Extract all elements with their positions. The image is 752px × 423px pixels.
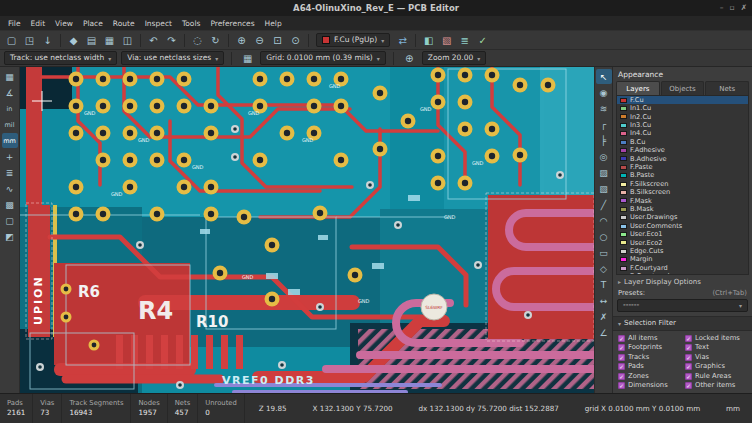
curved-ratsnest-button[interactable]: ∿ xyxy=(2,181,18,196)
rule-area-button[interactable]: ▧ xyxy=(596,181,612,196)
layer-display-options[interactable]: ▸ Layer Display Options xyxy=(613,275,752,287)
dim-inactive-layers-button[interactable]: ◩ xyxy=(2,229,18,244)
select-tool-button[interactable]: ↖ xyxy=(596,69,612,84)
menu-view[interactable]: View xyxy=(50,17,78,30)
menu-help[interactable]: Help xyxy=(260,17,287,30)
zoom-selection-button[interactable]: ⊙ xyxy=(287,32,304,48)
checkbox[interactable]: ✓ xyxy=(618,344,625,351)
layer-row-f-cu[interactable]: F.Cu xyxy=(617,96,748,104)
layer-row-f-mask[interactable]: F.Mask xyxy=(617,197,748,205)
print-button[interactable]: ▦ xyxy=(101,32,118,48)
menu-edit[interactable]: Edit xyxy=(26,17,51,30)
layer-color-swatch[interactable] xyxy=(620,140,627,145)
layer-row-f-silkscreen[interactable]: F.Silkscreen xyxy=(617,180,748,188)
3d-viewer-button[interactable]: ▧ xyxy=(438,32,455,48)
save-button[interactable]: ↓ xyxy=(39,32,56,48)
layer-row-b-paste[interactable]: B.Paste xyxy=(617,172,748,180)
layer-row-edge-cuts[interactable]: Edge.Cuts xyxy=(617,247,748,255)
draw-rectangle-button[interactable]: ▭ xyxy=(596,245,612,260)
checkbox[interactable]: ✓ xyxy=(618,335,625,342)
update-pcb-from-schematic-button[interactable]: ⇄ xyxy=(394,32,411,48)
layer-color-swatch[interactable] xyxy=(620,148,627,153)
draw-arc-button[interactable]: ◠ xyxy=(596,213,612,228)
layer-color-swatch[interactable] xyxy=(620,114,627,119)
layer-row-b-adhesive[interactable]: B.Adhesive xyxy=(617,155,748,163)
menu-inspect[interactable]: Inspect xyxy=(140,17,177,30)
layer-row-user-comments[interactable]: User.Comments xyxy=(617,222,748,230)
grid-selector[interactable]: Grid: 0.0100 mm (0.39 mils) ▾ xyxy=(260,51,386,65)
menu-preferences[interactable]: Preferences xyxy=(205,17,259,30)
filter-footprints[interactable]: ✓Footprints xyxy=(618,344,683,351)
draw-zone-button[interactable]: ▨ xyxy=(596,165,612,180)
checkbox[interactable]: ✓ xyxy=(618,354,625,361)
drc-button[interactable]: ✓ xyxy=(474,32,491,48)
minimize-button[interactable]: – xyxy=(720,4,724,12)
checkbox[interactable]: ✓ xyxy=(685,382,692,389)
layer-row-in2-cu[interactable]: In2.Cu xyxy=(617,113,748,121)
draw-line-button[interactable]: ╱ xyxy=(596,197,612,212)
checkbox[interactable]: ✓ xyxy=(685,363,692,370)
layer-row-b-silkscreen[interactable]: B.Silkscreen xyxy=(617,188,748,196)
layer-row-f-paste[interactable]: F.Paste xyxy=(617,163,748,171)
page-settings-button[interactable]: ▤ xyxy=(83,32,100,48)
layer-row-in1-cu[interactable]: In1.Cu xyxy=(617,104,748,112)
zone-outline-display-button[interactable]: ▢ xyxy=(2,213,18,228)
highlight-net-button[interactable]: ◉ xyxy=(596,85,612,100)
open-board-button[interactable]: ◳ xyxy=(21,32,38,48)
filter-other-items[interactable]: ✓Other items xyxy=(685,382,747,389)
filter-zones[interactable]: ✓Zones xyxy=(618,373,683,380)
board-setup-button[interactable]: ◆ xyxy=(65,32,82,48)
tab-objects[interactable]: Objects xyxy=(661,81,705,95)
active-layer-selector[interactable]: F.Cu (PgUp) ▾ xyxy=(316,33,390,47)
layer-row-margin[interactable]: Margin xyxy=(617,255,748,263)
route-diff-pairs-button[interactable]: ╞ xyxy=(596,133,612,148)
layer-color-swatch[interactable] xyxy=(620,131,627,136)
layer-row-b-mask[interactable]: B.Mask xyxy=(617,205,748,213)
filter-vias[interactable]: ✓Vias xyxy=(685,354,747,361)
tab-layers[interactable]: Layers xyxy=(616,81,660,95)
footprint-editor-button[interactable]: ◧ xyxy=(420,32,437,48)
menu-tools[interactable]: Tools xyxy=(177,17,205,30)
layer-color-swatch[interactable] xyxy=(620,182,627,187)
zoom-out-button[interactable]: ⊖ xyxy=(251,32,268,48)
find-button[interactable]: ◌ xyxy=(189,32,206,48)
filter-all-items[interactable]: ✓All items xyxy=(618,335,683,342)
grid-settings-icon[interactable]: ▦ xyxy=(239,50,256,66)
add-text-button[interactable]: T xyxy=(596,277,612,292)
draw-circle-button[interactable]: ○ xyxy=(596,229,612,244)
crosshair-cursor-button[interactable]: + xyxy=(2,149,18,164)
layer-color-swatch[interactable] xyxy=(620,240,627,245)
filter-text[interactable]: ✓Text xyxy=(685,344,747,351)
zone-fill-display-button[interactable]: ▩ xyxy=(2,197,18,212)
delete-tool-button[interactable]: ✗ xyxy=(596,309,612,324)
layer-color-swatch[interactable] xyxy=(620,173,627,178)
selection-filter-header[interactable]: ▾ Selection Filter xyxy=(613,317,752,331)
track-width-selector[interactable]: Track: use netclass width ▾ xyxy=(4,51,117,65)
local-ratsnest-button[interactable]: ≋ xyxy=(596,101,612,116)
grid-toggle-button[interactable]: ▦ xyxy=(2,69,18,84)
undo-button[interactable]: ↶ xyxy=(145,32,162,48)
checkbox[interactable]: ✓ xyxy=(618,382,625,389)
layer-color-swatch[interactable] xyxy=(620,249,627,254)
menu-route[interactable]: Route xyxy=(108,17,140,30)
checkbox[interactable]: ✓ xyxy=(685,335,692,342)
checkbox[interactable]: ✓ xyxy=(685,373,692,380)
layer-row-user-eco2[interactable]: User.Eco2 xyxy=(617,239,748,247)
refresh-button[interactable]: ↻ xyxy=(207,32,224,48)
layer-color-swatch[interactable] xyxy=(620,98,627,103)
polar-coordinates-button[interactable]: ∡ xyxy=(2,85,18,100)
units-mm-button[interactable]: mm xyxy=(2,133,18,148)
checkbox[interactable]: ✓ xyxy=(685,344,692,351)
filter-rule-areas[interactable]: ✓Rule Areas xyxy=(685,373,747,380)
units-mils-button[interactable]: mil xyxy=(2,117,18,132)
units-inches-button[interactable]: in xyxy=(2,101,18,116)
zoom-fit-button[interactable]: ⊡ xyxy=(269,32,286,48)
layer-color-swatch[interactable] xyxy=(620,266,627,271)
zoom-icon[interactable]: ⊕ xyxy=(401,50,418,66)
menu-place[interactable]: Place xyxy=(78,17,108,30)
layer-color-swatch[interactable] xyxy=(620,123,627,128)
draw-polygon-button[interactable]: ◇ xyxy=(596,261,612,276)
filter-dimensions[interactable]: ✓Dimensions xyxy=(618,382,683,389)
layer-color-swatch[interactable] xyxy=(620,215,627,220)
layer-color-swatch[interactable] xyxy=(620,257,627,262)
